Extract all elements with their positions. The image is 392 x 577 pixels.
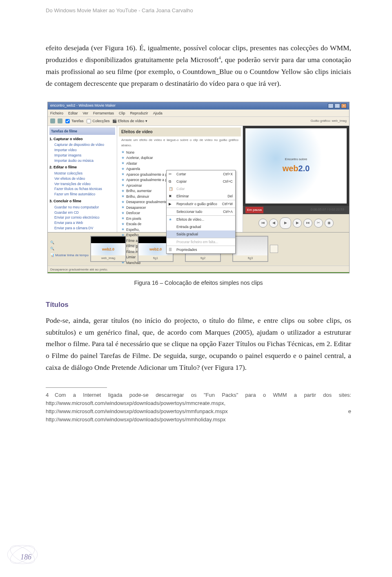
photo-button[interactable]: ◉ — [325, 219, 334, 228]
start-button[interactable]: Iniciar — [49, 273, 69, 273]
footnote-separator — [46, 387, 107, 388]
section-title-titulos: Títulos — [46, 299, 351, 311]
prev-button[interactable]: ⏮ — [258, 219, 267, 228]
copy-icon: ⧉ — [169, 179, 174, 183]
effect-icon: ★ — [121, 227, 125, 233]
effect-icon: ★ — [121, 161, 125, 166]
effect-icon: ★ — [121, 194, 125, 199]
send-dv-link[interactable]: Enviar para a câmara DV — [49, 226, 115, 231]
forward-button[interactable]: ▶ — [293, 219, 302, 228]
cm-copiar[interactable]: ⧉CopiarCtrl+C — [167, 178, 235, 185]
player-controls: ⏮ ◀ ▶ ▶ ⏭ ✂ ◉ — [243, 214, 349, 232]
cm-fadein[interactable]: Entrada gradual — [167, 223, 235, 230]
tasks-panel-title: Tarefas de filme — [49, 127, 115, 135]
next-button[interactable]: ⏭ — [303, 219, 312, 228]
forward-icon[interactable] — [58, 119, 62, 123]
effects-panel: Efeitos de vídeo Arraste um efeito de ví… — [117, 126, 243, 232]
tarefas-toggle[interactable]: Tarefas — [65, 118, 84, 124]
view-transitions-link[interactable]: Ver transições de vídeo — [49, 181, 115, 187]
effect-icon: ★ — [121, 188, 125, 194]
step2-head: 2. Editar o filme — [49, 164, 115, 170]
cm-findfile[interactable]: Procurar ficheiro em falta... — [167, 238, 235, 246]
import-audio-link[interactable]: Importar áudio ou música — [49, 158, 115, 163]
taskbar-item[interactable]: Microsoft PowerPoint... — [190, 273, 230, 273]
efeitos-dropdown[interactable]: 🎬 Efeitos de vídeo ▾ — [112, 118, 148, 124]
menu-clip[interactable]: Clip — [119, 110, 125, 116]
cm-fadeout[interactable]: Saída gradual — [167, 230, 235, 238]
menu-reproduzir[interactable]: Reproduzir — [130, 110, 148, 116]
show-timeline-link[interactable]: 📊 Mostrar linha de tempo — [50, 253, 89, 258]
send-email-link[interactable]: Enviar por correio electrónico — [49, 215, 115, 220]
cm-efeitos[interactable]: ★Efeitos de vídeo... — [167, 215, 235, 223]
step1-head: 1. Capturar o vídeo — [49, 136, 115, 142]
cm-cortar[interactable]: ✂CortarCtrl+X — [167, 170, 235, 178]
cm-selectall[interactable]: Seleccionar tudoCtrl+A — [167, 208, 235, 215]
save-cd-link[interactable]: Guardar em CD — [49, 210, 115, 215]
effect-icon: ★ — [121, 150, 125, 155]
footnote-number: 4 — [46, 391, 55, 399]
effect-item[interactable]: ★None — [121, 150, 241, 155]
running-header: Do Windows Movie Maker ao YouTube - Carl… — [0, 0, 392, 13]
delete-icon: ✖ — [169, 193, 174, 198]
preview-graphic: Encontro sobre web2.0 — [245, 128, 347, 204]
effect-icon: ★ — [121, 210, 125, 216]
make-titles-link[interactable]: Fazer títulos ou fichas técnicas — [49, 186, 115, 192]
cm-reproduzir[interactable]: ▶Reproduzir o guião gráficoCtrl+W — [167, 200, 235, 208]
cm-colar[interactable]: 📋Colar — [167, 185, 235, 192]
paste-icon: 📋 — [169, 186, 174, 191]
guiao-label: Guião gráfico: web_imag — [311, 118, 347, 123]
view-effects-link[interactable]: Ver efeitos de vídeo — [49, 176, 115, 181]
context-menu: ✂CortarCtrl+X ⧉CopiarCtrl+C 📋Colar ✖Elim… — [166, 170, 236, 254]
effect-icon: ★ — [121, 172, 125, 177]
figure-16: encontro_web2 - Windows Movie Maker _ □ … — [47, 102, 350, 288]
tasks-panel: Tarefas de filme 1. Capturar o vídeo Cap… — [48, 126, 117, 232]
menu-ajuda[interactable]: Ajuda — [153, 110, 163, 116]
main-area: Tarefas de filme 1. Capturar o vídeo Cap… — [48, 126, 349, 232]
maximize-button[interactable]: □ — [334, 103, 340, 108]
menu-ferramentas[interactable]: Ferramentas — [93, 110, 114, 116]
effects-title: Efeitos de vídeo — [119, 127, 241, 137]
rewind-button[interactable]: ◀ — [269, 219, 278, 228]
taskbar-item[interactable]: workshop_joana_Enc... — [84, 273, 124, 273]
import-images-link[interactable]: Importar imagens — [49, 153, 115, 158]
close-button[interactable]: × — [341, 103, 347, 108]
preview-status: Em pausa 0:00:05.07 / 0:02:22.53 — [243, 206, 349, 214]
menu-ver[interactable]: Ver — [83, 110, 89, 116]
effect-icon: ★ — [121, 205, 125, 210]
transition-slot[interactable] — [270, 245, 278, 253]
taskbar-item[interactable]: encontro_web2 - Win... — [147, 273, 187, 273]
back-icon[interactable] — [50, 119, 55, 123]
effect-icon: ★ — [121, 183, 125, 188]
storyboard-clip[interactable]: fig3 — [232, 236, 268, 262]
effect-item[interactable]: ★Acelerar, duplicar — [121, 155, 241, 161]
play-icon: ▶ — [169, 201, 174, 206]
import-video-link[interactable]: Importar vídeo — [49, 148, 115, 153]
cm-eliminar[interactable]: ✖EliminarDel — [167, 192, 235, 200]
effect-icon: ★ — [121, 155, 125, 161]
footnote-4: 4Com a Internet ligada pode-se descarreg… — [46, 391, 351, 424]
video-preview: Encontro sobre web2.0 — [245, 128, 347, 204]
taskbar-item[interactable]: WEB2.0 — [127, 273, 145, 273]
auto-movie-link[interactable]: Fazer um filme automático — [49, 192, 115, 197]
save-computer-link[interactable]: Guardar no meu computador — [49, 205, 115, 210]
storyboard-clip[interactable]: web2.0 web_imag — [90, 236, 126, 262]
minimize-button[interactable]: _ — [328, 103, 334, 108]
menubar: Ficheiro Editar Ver Ferramentas Clip Rep… — [48, 110, 349, 117]
menu-editar[interactable]: Editar — [68, 110, 78, 116]
preview-brand: Encontro sobre — [285, 157, 307, 162]
step3-head: 3. Concluir o filme — [49, 198, 115, 204]
effect-item[interactable]: ★Afastar — [121, 161, 241, 166]
capture-device-link[interactable]: Capturar de dispositivo de vídeo — [49, 142, 115, 148]
split-button[interactable]: ✂ — [314, 219, 323, 228]
props-icon: ☰ — [169, 247, 174, 252]
cm-props[interactable]: ☰Propriedades — [167, 246, 235, 253]
coleccoes-toggle[interactable]: Colecções — [86, 118, 110, 124]
window-buttons: _ □ × — [328, 103, 347, 108]
preview-panel: Encontro sobre web2.0 Em pausa 0:00:05.0… — [243, 126, 349, 232]
statusbar: Desaparece gradualmente até ao preto. — [48, 266, 349, 272]
scissors-icon: ✂ — [169, 171, 174, 176]
play-button[interactable]: ▶ — [280, 217, 291, 229]
show-collections-link[interactable]: Mostrar colecções — [49, 171, 115, 176]
send-web-link[interactable]: Enviar para a Web — [49, 220, 115, 226]
menu-ficheiro[interactable]: Ficheiro — [50, 110, 63, 116]
